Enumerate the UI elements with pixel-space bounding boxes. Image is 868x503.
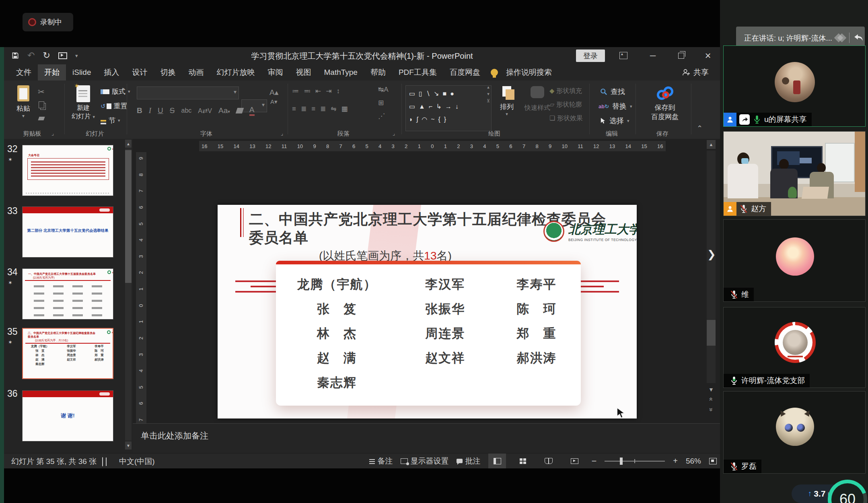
zoom-out-button[interactable]: − [591,456,596,466]
arrange-button[interactable]: 排列 ▾ [496,86,518,117]
select-button[interactable]: 选择 ▾ [600,116,629,126]
find-button[interactable]: 查找 [600,87,625,97]
ruler-number: 2 [405,143,407,149]
save-icon[interactable] [11,52,19,60]
previous-slide-button[interactable]: « [707,395,716,404]
zoom-slider-thumb[interactable] [620,458,623,465]
participant-tile[interactable]: 许明辉-流体党支部 [723,307,866,388]
vertical-ruler[interactable]: 98765432101234567 [136,152,146,423]
notes-pane[interactable]: 单击此处添加备注 [133,423,720,454]
slide-sorter-view-button[interactable] [514,454,532,468]
paragraph-buttons-row2[interactable]: ≡≣≡≣⇋▦ [292,105,353,113]
tab-视图[interactable]: 视图 [289,64,317,80]
tab-开始[interactable]: 开始 [38,64,66,80]
panel-scrollbar-thumb[interactable] [125,150,132,283]
panel-scroll-down[interactable]: ▼ [125,441,132,449]
clipboard-dialog-launcher[interactable]: ⌟ [51,130,54,136]
shape-format-buttons[interactable]: ◆ 形状填充 ▱ 形状轮廓 ❏ 形状效果 [549,87,583,123]
animation-star-icon[interactable]: ✶ [8,339,12,345]
next-slide-button[interactable]: » [707,405,716,414]
paste-button[interactable]: 粘贴 ▾ [12,85,35,119]
participant-tile[interactable]: 罗磊 [723,391,866,474]
thumb32-text-line [31,175,105,177]
zoom-in-button[interactable]: + [673,456,678,466]
tab-插入[interactable]: 插入 [97,64,125,80]
slide-thumbnail-33[interactable]: 第二部分 北京理工大学第十五次党代会选举结果 [22,206,113,258]
replace-button[interactable]: ab↻ 替换 ▾ [599,101,632,111]
normal-view-button[interactable] [488,454,506,468]
paragraph-buttons-row1[interactable]: ≔≕⇤⇥↕ [292,87,345,95]
format-painter-icon[interactable] [38,117,45,120]
reading-view-button[interactable] [540,454,557,468]
qat-customize-icon[interactable]: ▾ [75,53,78,59]
horizontal-ruler[interactable]: 1615141312111098765432101234567891011121… [199,141,666,151]
close-button[interactable]: × [702,50,714,61]
undo-icon[interactable]: ↶ [27,50,35,61]
tab-文件[interactable]: 文件 [10,64,38,80]
font-format-buttons[interactable]: B I U S abc A⇄V Aa▾ A [137,105,255,116]
paragraph-dialog-launcher[interactable]: ⌟ [393,130,395,136]
panel-scroll-up[interactable]: ▲ [125,140,132,148]
slide-thumbnail-35-selected[interactable]: 二、中国共产党北京理工大学第十五届纪律检查委员会 委员名单 (以姓氏笔画为序，共… [22,328,113,379]
tab-操作说明搜索[interactable]: 操作说明搜索 [500,64,558,80]
expand-video-panel-chevron[interactable]: ❯ [707,248,716,261]
spellcheck-icon[interactable] [102,457,103,466]
tab-iSlide[interactable]: iSlide [66,64,97,80]
font-dialog-launcher[interactable]: ⌟ [281,130,283,136]
login-button[interactable]: 登录 [576,49,605,62]
decrease-font-icon[interactable]: A▾ [270,98,278,105]
tab-动画[interactable]: 动画 [182,64,210,80]
comments-button[interactable]: 批注 [457,456,480,466]
shapes-gallery[interactable]: ▭▯∖↘■●▭▲⌐↳→↓◗ʃ◠~{} [405,85,492,131]
new-slide-button[interactable]: 新建 幻灯片 ▾ [69,85,97,121]
cut-icon[interactable]: ✂ [38,87,45,97]
increase-font-icon[interactable]: A▴ [269,88,278,97]
tab-设计[interactable]: 设计 [125,64,154,80]
collapse-ribbon-icon[interactable]: ⌃ [697,124,703,133]
slide-thumbnail-32[interactable]: 大会号召 [22,145,113,196]
copy-icon[interactable] [39,101,44,108]
restore-button[interactable] [675,50,687,61]
tab-PDF工具集[interactable]: PDF工具集 [392,64,443,80]
paragraph-buttons-col[interactable]: ↹A⊞⋰ [378,85,393,120]
slide-thumbnail-36[interactable]: 谢 谢! [22,390,113,441]
language-indicator[interactable]: 中文(中国) [119,456,155,467]
layout-button[interactable]: 版式▾ [101,87,130,96]
display-settings-button[interactable]: 显示器设置 [401,456,448,466]
participant-tile-sharer[interactable]: u的屏幕共享 [723,45,866,127]
redo-icon[interactable]: ↻ [43,50,50,61]
save-to-netdisk-button[interactable]: 保存到 百度网盘 [640,85,689,122]
slideshow-icon[interactable] [58,52,67,59]
fit-to-window-icon[interactable] [709,458,717,464]
reset-button[interactable]: ↺ 重置 [101,101,128,111]
quick-styles-button[interactable]: 快速样式 [521,86,553,112]
shapes-scroll[interactable]: ▴▾⊻ [487,85,490,103]
animation-star-icon[interactable]: ✶ [8,157,12,163]
tab-切换[interactable]: 切换 [154,64,182,80]
slideshow-view-button[interactable] [566,454,583,468]
font-name-combobox[interactable] [137,87,239,99]
scroll-up-button[interactable]: ▲ [707,140,716,149]
participant-tile[interactable]: 维 [723,219,866,302]
ribbon-display-options-button[interactable] [617,50,629,61]
participant-tile-video[interactable]: 赵方 [723,131,866,216]
section-button[interactable]: 节▾ [101,116,120,125]
tab-MathType[interactable]: MathType [317,64,364,80]
tab-百度网盘[interactable]: 百度网盘 [443,64,487,80]
slide-scrollbar-thumb[interactable] [707,320,716,346]
slide-scrollbar-track[interactable] [707,150,716,383]
zoom-slider[interactable] [605,461,665,462]
share-control[interactable]: 共享 [681,64,709,80]
minimize-button[interactable]: ─ [647,50,659,61]
zoom-percentage[interactable]: 56% [686,457,701,466]
floating-badge[interactable]: 60 [828,480,867,503]
reply-arrow-icon[interactable] [854,33,864,43]
slide-canvas[interactable]: 二、中国共产党北京理工大学第十五届纪律检查委员会 委员名单 (以姓氏笔画为序，共… [218,205,637,418]
animation-star-icon[interactable]: ✶ [8,280,12,286]
tab-审阅[interactable]: 审阅 [261,64,289,80]
tab-幻灯片放映[interactable]: 幻灯片放映 [210,64,261,80]
scroll-down-button[interactable]: ▼ [707,385,716,394]
notes-toggle[interactable]: 备注 [369,456,393,466]
slide-thumbnail-34[interactable]: 一、中国共产党北京理工大学第十五届委员会委员名单 (以姓氏笔画为序) [22,268,113,320]
tab-帮助[interactable]: 帮助 [364,64,392,80]
